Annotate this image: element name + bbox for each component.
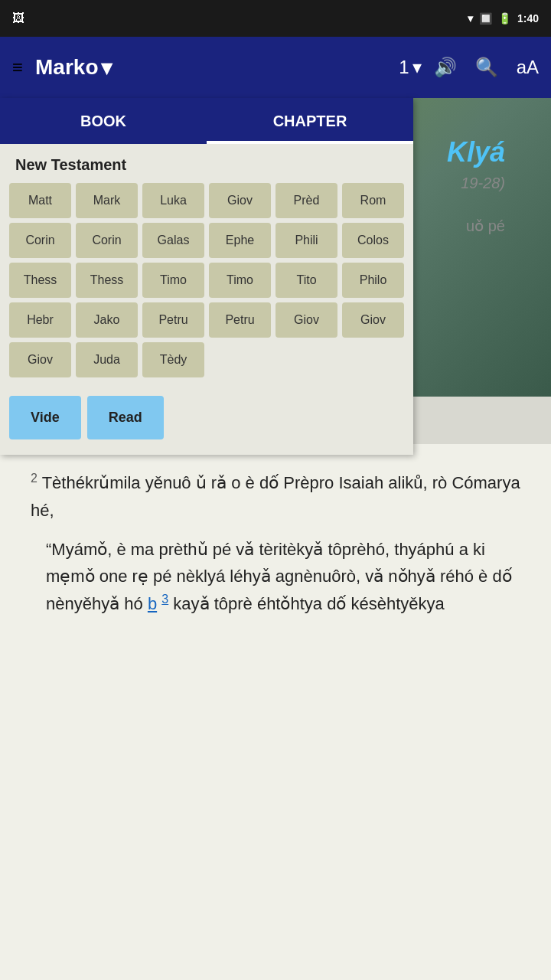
book-timo1[interactable]: Timo (142, 263, 204, 298)
book-ephe[interactable]: Ephe (209, 223, 271, 258)
chapter-drop-icon: ▾ (412, 57, 422, 78)
book-petru1[interactable]: Petru (142, 302, 204, 338)
status-icons-left: 🖼 (12, 11, 24, 25)
book-title: Marko (35, 55, 98, 80)
nav-action-icons: 🔊 🔍 aA (434, 57, 539, 78)
dropdown-panel: BOOK CHAPTER New Testament Matt Mark Luk… (0, 98, 413, 455)
book-drop-icon: ▾ (101, 55, 112, 80)
action-row: Vide Read (0, 384, 413, 455)
status-bar: 🖼 ▾ 🔲 🔋 1:40 (0, 0, 551, 37)
signal-icon: 🔲 (479, 12, 492, 24)
image-overlay-title: Klyá (447, 136, 505, 168)
book-giov1[interactable]: Giov (209, 183, 271, 218)
tab-chapter[interactable]: CHAPTER (207, 98, 413, 144)
book-selector[interactable]: Marko ▾ (35, 55, 386, 80)
book-giov4[interactable]: Giov (9, 342, 71, 377)
book-petru2[interactable]: Petru (209, 302, 271, 338)
tab-book[interactable]: BOOK (0, 98, 207, 144)
book-mark[interactable]: Mark (76, 183, 138, 218)
verse-2: 2 Tèthékrǔmila yěnuô ǔ rǎ o è dố Prèpro … (31, 469, 520, 524)
read-button[interactable]: Read (87, 396, 164, 439)
book-galas[interactable]: Galas (142, 223, 204, 258)
book-timo2[interactable]: Timo (209, 263, 271, 298)
book-matt[interactable]: Matt (9, 183, 71, 218)
book-tito[interactable]: Tito (276, 263, 337, 298)
books-grid: Matt Mark Luka Giov Prèd Rom Corin Corin… (0, 180, 413, 384)
nav-bar: ≡ Marko ▾ 1 ▾ 🔊 🔍 aA (0, 37, 551, 98)
book-rom[interactable]: Rom (342, 183, 404, 218)
book-thess1[interactable]: Thess (9, 263, 71, 298)
sound-icon[interactable]: 🔊 (434, 57, 457, 78)
book-juda[interactable]: Juda (76, 342, 138, 377)
book-luka[interactable]: Luka (142, 183, 204, 218)
book-giov3[interactable]: Giov (342, 302, 404, 338)
book-giov2[interactable]: Giov (276, 302, 337, 338)
verse-3-end: kayǎ tôprè éhtǒhtya dố késèhtyěkya (173, 594, 445, 613)
book-corin1[interactable]: Corin (9, 223, 71, 258)
book-colos[interactable]: Colos (342, 223, 404, 258)
verse-2-text: Tèthékrǔmila yěnuô ǔ rǎ o è dố Prèpro Is… (31, 473, 520, 519)
quote-block: “Myámǒ, è ma prèthǔ pé vǎ tèritèkyǎ tôpr… (31, 536, 520, 618)
image-overlay-subtitle: 19-28) (461, 175, 505, 192)
bible-text-area: 2 Tèthékrǔmila yěnuô ǔ rǎ o è dố Prèpro … (0, 444, 551, 642)
link-3[interactable]: 3 (161, 593, 168, 606)
verse-2-num: 2 (31, 472, 37, 485)
book-jako[interactable]: Jako (76, 302, 138, 338)
book-philo[interactable]: Philo (342, 263, 404, 298)
chapter-selector[interactable]: 1 ▾ (399, 57, 421, 78)
link-b[interactable]: b (148, 594, 157, 613)
status-icons-right: ▾ 🔲 🔋 1:40 (468, 12, 539, 24)
book-pred[interactable]: Prèd (276, 183, 337, 218)
tab-bar: BOOK CHAPTER (0, 98, 413, 144)
wifi-icon: ▾ (468, 12, 473, 24)
image-overlay-text3: uǒ pé (466, 217, 505, 235)
search-icon[interactable]: 🔍 (475, 57, 498, 78)
battery-icon: 🔋 (498, 12, 511, 24)
book-phili[interactable]: Phili (276, 223, 337, 258)
vide-button[interactable]: Vide (9, 396, 81, 439)
time-display: 1:40 (517, 12, 539, 24)
menu-icon[interactable]: ≡ (12, 57, 23, 78)
font-size-icon[interactable]: aA (517, 57, 539, 78)
book-thess2[interactable]: Thess (76, 263, 138, 298)
book-tedy[interactable]: Tèdy (142, 342, 204, 377)
photo-icon: 🖼 (12, 11, 24, 25)
book-hebr[interactable]: Hebr (9, 302, 71, 338)
book-corin2[interactable]: Corin (76, 223, 138, 258)
chapter-num: 1 (399, 57, 409, 78)
section-title: New Testament (0, 144, 413, 180)
